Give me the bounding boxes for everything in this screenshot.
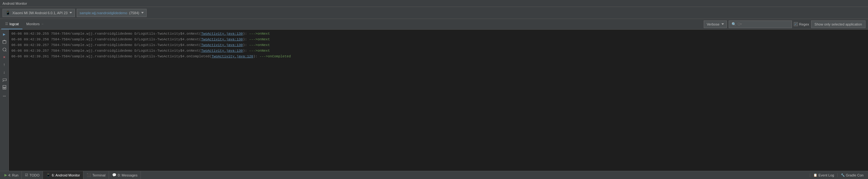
- event-log-icon: 📋: [813, 173, 817, 177]
- log-line: 06-06 09:42:39.257 7584-7584/sample.wjj.…: [11, 48, 866, 53]
- tab-logcat-label: logcat: [9, 22, 19, 26]
- print-button[interactable]: [1, 84, 8, 91]
- log-link-5[interactable]: TwoActivity.java:120: [212, 55, 253, 58]
- log-level-selector[interactable]: Verbose: [704, 21, 726, 28]
- device-selector[interactable]: 📱 Xiaomi MI 3W Android 6.0.1, API 23: [2, 9, 75, 17]
- scroll-down-button[interactable]: ↓: [1, 69, 8, 76]
- tab-logcat[interactable]: ☰ logcat: [1, 19, 23, 29]
- run-label: 4: Run: [8, 173, 18, 177]
- app-pid: (7584): [129, 11, 139, 15]
- todo-icon: ☑: [25, 173, 28, 177]
- terminal-label: Terminal: [92, 173, 105, 177]
- log-arrow-2: --->onNext: [249, 37, 270, 41]
- log-line: 06-06 09:42:39.255 7584-7584/sample.wjj.…: [11, 31, 866, 37]
- left-sidebar: ▶ ✕ ↑ ↓: [0, 30, 9, 171]
- bottom-bar: ▶ 4: Run ☑ TODO 📱 6: Android Monitor ⬛ T…: [0, 171, 868, 179]
- log-line-completed: 06-06 09:42:39.261 7584-7584/sample.wjj.…: [11, 53, 866, 59]
- main-area: ▶ ✕ ↑ ↓: [0, 30, 868, 171]
- verbose-label: Verbose: [707, 22, 719, 26]
- log-arrow-3: --->onNext: [249, 43, 270, 47]
- event-log-label: Event Log: [818, 173, 834, 177]
- tab-spacer: [48, 19, 702, 29]
- clear-button[interactable]: [1, 38, 8, 45]
- log-line: 06-06 09:42:39.257 7584-7584/sample.wjj.…: [11, 42, 866, 48]
- monitors-arrow: →: [41, 22, 44, 26]
- log-meta-1: 06-06 09:42:39.255 7584-7584/sample.wjj.…: [11, 32, 201, 36]
- search-icon: 🔍: [732, 22, 736, 27]
- scroll-up-button[interactable]: ↑: [1, 61, 8, 68]
- log-link-2[interactable]: TwoActivity.java:130: [201, 37, 243, 41]
- app-name: sample.wjj.rxandroidglidedemo: [80, 11, 127, 15]
- log-meta-4: 06-06 09:42:39.257 7584-7584/sample.wjj.…: [11, 49, 201, 52]
- log-link-4[interactable]: TwoActivity.java:130: [201, 49, 243, 52]
- app-selector[interactable]: sample.wjj.rxandroidglidedemo (7584): [77, 9, 147, 17]
- phone-icon: 📱: [5, 10, 10, 15]
- svg-rect-0: [3, 41, 6, 43]
- log-meta-3: 06-06 09:42:39.257 7584-7584/sample.wjj.…: [11, 43, 201, 47]
- filter-button[interactable]: [1, 46, 8, 53]
- tab-monitors-label: Monitors: [26, 22, 39, 26]
- log-meta-5: 06-06 09:42:39.261 7584-7584/sample.wjj.…: [11, 55, 212, 58]
- title-bar: Android Monitor: [0, 0, 868, 7]
- bottom-tab-todo[interactable]: ☑ TODO: [22, 171, 43, 179]
- log-arrow-1: --->onNext: [249, 32, 270, 36]
- bottom-tab-run[interactable]: ▶ 4: Run: [1, 171, 22, 179]
- svg-rect-6: [3, 87, 6, 89]
- bottom-tab-gradle-con[interactable]: 🔧 Gradle Con: [837, 173, 867, 177]
- regex-toggle[interactable]: Regex: [794, 22, 809, 26]
- bottom-tab-android-monitor[interactable]: 📱 6: Android Monitor: [43, 171, 83, 179]
- app-dropdown-arrow: [141, 12, 144, 13]
- app-title: Android Monitor: [2, 2, 27, 5]
- show-only-button[interactable]: Show only selected application: [811, 21, 866, 28]
- svg-line-4: [5, 51, 6, 52]
- show-only-label: Show only selected application: [815, 22, 862, 26]
- search-placeholder: Q▾: [738, 22, 742, 26]
- more-button[interactable]: ⋯: [1, 93, 8, 100]
- messages-icon: 💬: [112, 173, 117, 177]
- tab-bar: ☰ logcat Monitors → Verbose 🔍 Q▾ Regex S…: [0, 19, 868, 30]
- close-button[interactable]: ✕: [1, 53, 8, 61]
- log-link-3[interactable]: TwoActivity.java:130: [201, 43, 243, 47]
- log-meta-2: 06-06 09:42:39.256 7584-7584/sample.wjj.…: [11, 37, 201, 41]
- log-content[interactable]: 06-06 09:42:39.255 7584-7584/sample.wjj.…: [9, 30, 868, 171]
- messages-label: 0: Messages: [118, 173, 137, 177]
- bottom-tab-event-log[interactable]: 📋 Event Log: [810, 173, 837, 177]
- bottom-tab-terminal[interactable]: ⬛ Terminal: [83, 171, 109, 179]
- logcat-icon: ☰: [5, 22, 8, 26]
- run-icon: ▶: [4, 173, 7, 177]
- play-button[interactable]: ▶: [1, 31, 8, 38]
- device-bar: 📱 Xiaomi MI 3W Android 6.0.1, API 23 sam…: [0, 7, 868, 19]
- wrap-button[interactable]: [1, 76, 8, 83]
- toolbar-right: Verbose 🔍 Q▾ Regex Show only selected ap…: [701, 19, 868, 29]
- android-monitor-label: 6: Android Monitor: [52, 173, 80, 177]
- svg-rect-5: [3, 85, 6, 87]
- log-completed-text: --->onCompleted: [260, 55, 291, 58]
- todo-label: TODO: [29, 173, 39, 177]
- android-monitor-icon: 📱: [46, 173, 51, 177]
- device-dropdown-arrow: [69, 12, 72, 13]
- gradle-icon: 🔧: [841, 173, 845, 177]
- log-link-1[interactable]: TwoActivity.java:130: [201, 32, 243, 36]
- bottom-right: 📋 Event Log 🔧 Gradle Con: [810, 173, 867, 177]
- device-name: Xiaomi MI 3W Android 6.0.1, API 23: [12, 11, 68, 15]
- gradle-con-label: Gradle Con: [846, 173, 864, 177]
- verbose-dropdown-arrow: [721, 23, 724, 25]
- tab-monitors[interactable]: Monitors →: [23, 19, 48, 29]
- log-arrow-4: --->onNext: [249, 49, 270, 52]
- regex-label-text: Regex: [799, 22, 809, 26]
- terminal-icon: ⬛: [87, 173, 91, 177]
- bottom-tab-messages[interactable]: 💬 0: Messages: [109, 171, 141, 179]
- search-box[interactable]: 🔍 Q▾: [729, 21, 792, 28]
- log-line: 06-06 09:42:39.256 7584-7584/sample.wjj.…: [11, 37, 866, 42]
- regex-checkbox[interactable]: [794, 22, 798, 26]
